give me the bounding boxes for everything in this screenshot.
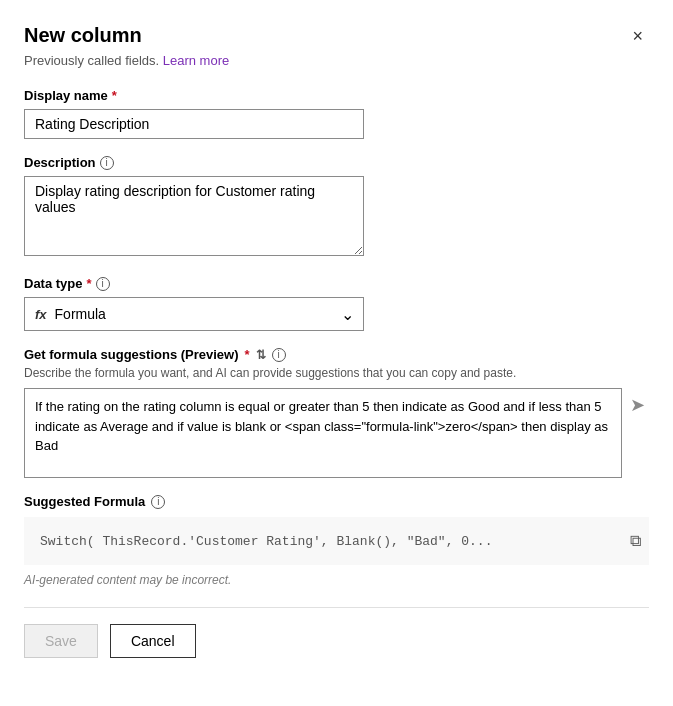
dialog-header: New column × (24, 24, 649, 49)
formula-suggestions-field-group: Get formula suggestions (Preview) * ⇅ i … (24, 347, 649, 478)
display-name-input[interactable] (24, 109, 364, 139)
display-name-label: Display name * (24, 88, 649, 103)
description-field-group: Description i Display rating description… (24, 155, 649, 260)
formula-suggestions-label: Get formula suggestions (Preview) * ⇅ i (24, 347, 649, 362)
data-type-selected-value: Formula (55, 306, 106, 322)
formula-suggestions-input[interactable]: If the rating on the rating column is eq… (24, 388, 622, 478)
formula-suggestions-info-icon[interactable]: i (272, 348, 286, 362)
data-type-label: Data type * i (24, 276, 649, 291)
formula-code-text: Switch( ThisRecord.'Customer Rating', Bl… (40, 534, 492, 549)
refresh-icon[interactable]: ⇅ (256, 348, 266, 362)
required-star-display-name: * (112, 88, 117, 103)
data-type-field-group: Data type * i fx Formula ⌄ (24, 276, 649, 331)
dialog-footer: Save Cancel (24, 607, 649, 658)
ai-disclaimer-text: AI-generated content may be incorrect. (24, 573, 649, 587)
learn-more-link[interactable]: Learn more (163, 53, 229, 68)
cancel-button[interactable]: Cancel (110, 624, 196, 658)
send-formula-button[interactable]: ➤ (626, 390, 649, 420)
dialog-title: New column (24, 24, 142, 47)
required-star-formula: * (245, 347, 250, 362)
data-type-select-wrapper: fx Formula ⌄ (24, 297, 364, 331)
data-type-info-icon[interactable]: i (96, 277, 110, 291)
description-info-icon[interactable]: i (100, 156, 114, 170)
data-type-select[interactable]: fx Formula (24, 297, 364, 331)
required-star-data-type: * (87, 276, 92, 291)
suggested-formula-label: Suggested Formula i (24, 494, 649, 509)
dialog-subtitle: Previously called fields. Learn more (24, 53, 649, 68)
new-column-dialog: New column × Previously called fields. L… (0, 0, 673, 706)
suggested-formula-section: Suggested Formula i Switch( ThisRecord.'… (24, 494, 649, 587)
formula-code-display: Switch( ThisRecord.'Customer Rating', Bl… (24, 517, 649, 565)
fx-icon: fx (35, 307, 47, 322)
save-button[interactable]: Save (24, 624, 98, 658)
display-name-field-group: Display name * (24, 88, 649, 139)
formula-suggestions-hint: Describe the formula you want, and AI ca… (24, 366, 649, 380)
copy-formula-button[interactable]: ⧉ (630, 532, 641, 550)
formula-textarea-container: If the rating on the rating column is eq… (24, 388, 649, 478)
description-label: Description i (24, 155, 649, 170)
close-button[interactable]: × (626, 24, 649, 49)
description-input[interactable]: Display rating description for Customer … (24, 176, 364, 256)
suggested-formula-info-icon[interactable]: i (151, 495, 165, 509)
